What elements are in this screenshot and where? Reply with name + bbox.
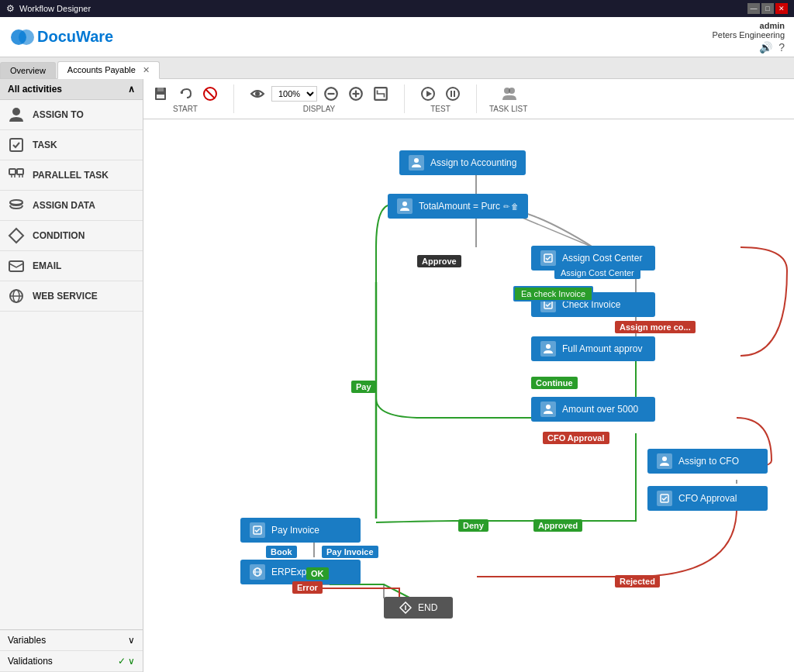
toolbar-test-group: TEST [417, 84, 477, 113]
sidebar-item-parallel-task[interactable]: PARALLEL TASK [0, 160, 143, 191]
node-pay-invoice[interactable]: Pay Invoice [240, 518, 361, 543]
sidebar-item-condition[interactable]: CONDITION [0, 221, 143, 251]
sidebar-variables[interactable]: Variables ∨ [0, 630, 143, 651]
close-button[interactable]: ✕ [775, 3, 788, 14]
toolbar-start-group: START [150, 84, 234, 113]
tab-close-button[interactable]: ✕ [143, 65, 150, 74]
label-pay: Pay [351, 381, 376, 393]
zoom-in-button[interactable] [345, 84, 367, 103]
label-pay-invoice-small: Pay Invoice [322, 546, 378, 558]
sidebar: All activities ∧ ASSIGN TO TASK PARALLEL… [0, 79, 143, 672]
sidebar-item-task[interactable]: TASK [0, 130, 143, 160]
assign-to-icon [8, 106, 25, 123]
header: DocuWare admin Peters Engineering 🔊 ? [0, 17, 794, 57]
assign-accounting-label: Assign to Accounting [430, 157, 516, 168]
tooltip-check-invoice: Ea check Invoice [513, 286, 593, 302]
svg-point-19 [255, 91, 260, 96]
pause-button[interactable] [442, 84, 464, 103]
svg-point-41 [414, 158, 419, 163]
validations-status-icon: ✓ ∨ [118, 656, 135, 667]
web-service-icon [8, 288, 25, 305]
sidebar-header: All activities ∧ [0, 79, 143, 100]
label-ok: OK [306, 567, 329, 580]
tab-accounts-payable[interactable]: Accounts Payable ✕ [57, 61, 160, 79]
logo: DocuWare [9, 23, 118, 51]
svg-marker-27 [426, 91, 432, 97]
svg-point-28 [447, 88, 459, 100]
play-button[interactable] [417, 84, 439, 103]
tooltip-assign-cost-center: Assign Cost Center [554, 267, 640, 279]
pay-invoice-icon [250, 522, 265, 538]
sidebar-item-email[interactable]: EMAIL [0, 251, 143, 281]
workflow-canvas[interactable]: Assign to Accounting TotalAmount = Purc … [143, 119, 794, 672]
sidebar-item-assign-data[interactable]: ASSIGN DATA [0, 191, 143, 221]
variables-expand-icon: ∨ [128, 635, 135, 646]
username: admin [712, 21, 785, 30]
assign-cost-center-label: Assign Cost Center [562, 253, 642, 264]
company: Peters Engineering [712, 30, 785, 40]
edit-icon[interactable]: ✏ [503, 202, 509, 211]
sidebar-item-web-service[interactable]: WEB SERVICE [0, 281, 143, 312]
svg-point-42 [402, 202, 407, 206]
toolbar-display-group: 100% 50% 75% 125% 150% [247, 84, 405, 113]
tasklist-label: TASK LIST [489, 105, 527, 113]
zoom-select[interactable]: 100% 50% 75% 125% 150% [271, 86, 317, 102]
svg-point-45 [546, 344, 551, 349]
save-button[interactable] [150, 84, 171, 103]
svg-point-3 [12, 108, 20, 115]
zoom-out-button[interactable] [320, 84, 342, 103]
canvas-inner: Assign to Accounting TotalAmount = Purc … [151, 127, 794, 672]
toolbar-tasklist-group: TASK LIST [489, 84, 540, 113]
cfo-approval-label: CFO Approval [678, 493, 737, 504]
zoom-control[interactable]: 100% 50% 75% 125% 150% [271, 86, 317, 102]
svg-rect-6 [17, 169, 23, 174]
amount-over-label: Amount over 5000 [562, 404, 638, 415]
hide-button[interactable] [247, 84, 268, 103]
assign-cfo-label: Assign to CFO [678, 456, 739, 467]
label-approve: Approve [417, 255, 461, 267]
assign-cfo-icon [657, 453, 672, 469]
tabbar: Overview Accounts Payable ✕ [0, 57, 794, 79]
speaker-icon[interactable]: 🔊 [759, 41, 772, 53]
maximize-button[interactable]: □ [761, 3, 774, 14]
node-end[interactable]: END [384, 597, 453, 619]
svg-point-32 [509, 88, 515, 94]
app-title: Workflow Designer [19, 4, 91, 13]
node-total-amount[interactable]: TotalAmount = Purc ✏ 🗑 [388, 194, 528, 219]
minimize-button[interactable]: — [747, 3, 760, 14]
user-info: admin Peters Engineering 🔊 ? [712, 21, 785, 53]
sidebar-item-assign-to[interactable]: ASSIGN TO [0, 100, 143, 130]
full-amount-icon [540, 341, 556, 357]
node-cfo-approval[interactable]: CFO Approval [647, 486, 768, 511]
delete-icon[interactable]: 🗑 [511, 202, 519, 211]
window-controls[interactable]: — □ ✕ [747, 3, 788, 14]
main-layout: All activities ∧ ASSIGN TO TASK PARALLEL… [0, 79, 794, 672]
assign-data-icon [8, 197, 25, 214]
svg-text:DocuWare: DocuWare [37, 28, 113, 45]
assign-cost-center-icon [540, 250, 556, 266]
tab-overview[interactable]: Overview [0, 62, 56, 78]
undo-button[interactable] [174, 84, 196, 103]
toolbar: START 100% 50% 75% 125% 150% [143, 79, 794, 119]
sidebar-validations[interactable]: Validations ✓ ∨ [0, 651, 143, 672]
test-label: TEST [430, 105, 451, 113]
svg-rect-4 [10, 139, 22, 151]
amount-over-icon [540, 401, 556, 417]
total-amount-icon [397, 198, 413, 214]
node-assign-cfo[interactable]: Assign to CFO [647, 449, 768, 474]
end-label: END [418, 602, 437, 613]
node-full-amount[interactable]: Full Amount approv [531, 336, 655, 361]
node-assign-accounting[interactable]: Assign to Accounting [399, 150, 526, 175]
help-icon[interactable]: ? [778, 41, 785, 53]
node-amount-over[interactable]: Amount over 5000 [531, 397, 655, 422]
svg-rect-14 [157, 88, 164, 91]
fit-button[interactable] [370, 84, 392, 103]
label-book: Book [266, 546, 297, 558]
label-cfo-approval-connector: CFO Approval [543, 432, 609, 444]
tasklist-button[interactable] [498, 84, 520, 103]
label-approved: Approved [533, 519, 582, 532]
stop-button[interactable] [199, 84, 221, 103]
total-amount-label: TotalAmount = Purc [419, 201, 500, 212]
collapse-icon[interactable]: ∧ [128, 84, 135, 95]
svg-rect-30 [454, 91, 455, 97]
